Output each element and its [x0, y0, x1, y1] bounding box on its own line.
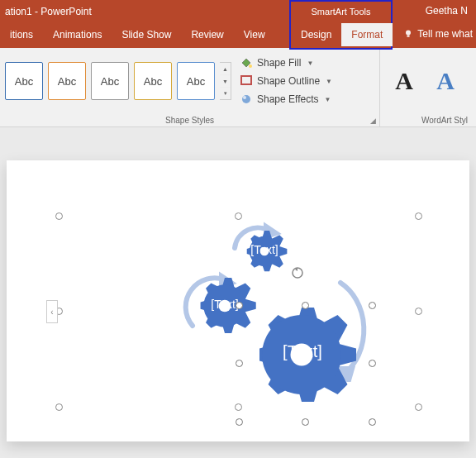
effects-icon: [240, 93, 253, 106]
resize-handle-tr[interactable]: [415, 212, 422, 220]
shape-effects-label: Shape Effects: [257, 93, 319, 105]
inner-handle-ml[interactable]: [236, 360, 243, 367]
shape-effects-button[interactable]: Shape Effects ▼: [236, 91, 336, 107]
inner-shape-selection[interactable]: [240, 306, 372, 422]
resize-handle-mr[interactable]: [415, 308, 422, 315]
svg-point-4: [242, 95, 250, 103]
shape-style-3[interactable]: Abc: [91, 62, 129, 100]
tell-me-label: Tell me what: [417, 28, 473, 40]
gallery-down-icon: ▼: [220, 75, 231, 88]
smartart-selection-frame[interactable]: ‹ [Text] [Text] [Text]: [60, 217, 418, 407]
wordart-style-3[interactable]: A: [469, 64, 476, 98]
shape-outline-button[interactable]: Shape Outline ▼: [236, 73, 336, 89]
inner-handle-bm[interactable]: [302, 418, 309, 426]
slide-workspace[interactable]: ‹ [Text] [Text] [Text]: [0, 127, 476, 458]
bucket-icon: [240, 56, 253, 69]
chevron-down-icon: ▼: [326, 78, 332, 85]
inner-handle-tl[interactable]: [236, 302, 243, 309]
svg-point-5: [243, 96, 246, 99]
inner-handle-tm[interactable]: [302, 302, 309, 309]
wordart-style-1[interactable]: A: [387, 64, 421, 98]
tab-view[interactable]: View: [234, 23, 275, 48]
tab-slideshow[interactable]: Slide Show: [112, 23, 181, 48]
tab-animations[interactable]: Animations: [43, 23, 112, 48]
user-name[interactable]: Geetha N: [426, 5, 468, 17]
shape-fill-label: Shape Fill: [257, 57, 301, 69]
chevron-down-icon: ▼: [307, 60, 313, 67]
dialog-launcher-icon[interactable]: ◢: [370, 117, 376, 125]
tab-format[interactable]: Format: [341, 23, 393, 46]
ribbon: Abc Abc Abc Abc Abc ▲ ▼ ▾ Shape Fill ▼ S…: [0, 48, 476, 127]
wordart-style-2[interactable]: A: [428, 64, 463, 98]
chevron-left-icon: ‹: [50, 308, 53, 317]
shape-style-1[interactable]: Abc: [5, 62, 43, 100]
gallery-up-icon: ▲: [220, 63, 231, 75]
tab-transitions[interactable]: itions: [0, 23, 43, 48]
tool-tabs: Design Format: [291, 23, 393, 46]
resize-handle-bl[interactable]: [55, 403, 63, 411]
pen-icon: [240, 74, 253, 88]
shape-style-4[interactable]: Abc: [134, 62, 172, 100]
tell-me[interactable]: Tell me what: [403, 28, 473, 40]
tab-design[interactable]: Design: [291, 23, 341, 46]
resize-handle-br[interactable]: [415, 403, 422, 411]
rotate-handle-icon[interactable]: [291, 266, 304, 279]
chevron-down-icon: ▼: [325, 96, 331, 103]
resize-handle-tl[interactable]: [55, 212, 63, 220]
inner-handle-mr[interactable]: [369, 360, 376, 367]
smartart-text-pane-toggle[interactable]: ‹: [46, 300, 58, 323]
shape-outline-label: Shape Outline: [257, 75, 320, 87]
inner-handle-tr[interactable]: [369, 302, 376, 309]
shape-style-gallery-more[interactable]: ▲ ▼ ▾: [220, 62, 231, 100]
bulb-icon: [403, 29, 413, 39]
svg-point-0: [406, 31, 411, 36]
window-title: ation1 - PowerPoint: [0, 6, 289, 17]
svg-rect-3: [241, 76, 251, 84]
gear-small-text[interactable]: [Text]: [245, 243, 284, 256]
svg-point-2: [249, 64, 252, 68]
shape-style-2[interactable]: Abc: [48, 62, 86, 100]
group-label-shape-styles: Shape Styles ◢: [0, 114, 379, 126]
slide[interactable]: ‹ [Text] [Text] [Text]: [7, 160, 469, 441]
group-shape-styles: Abc Abc Abc Abc Abc ▲ ▼ ▾ Shape Fill ▼ S…: [0, 48, 380, 126]
svg-rect-1: [407, 36, 410, 37]
shape-style-5[interactable]: Abc: [177, 62, 215, 100]
shape-fill-button[interactable]: Shape Fill ▼: [236, 55, 336, 71]
tool-context-title: SmartArt Tools: [291, 2, 391, 25]
gallery-more-icon: ▾: [220, 88, 231, 99]
tab-review[interactable]: Review: [181, 23, 233, 48]
group-label-wordart: WordArt Styl: [380, 114, 476, 126]
inner-handle-br[interactable]: [369, 418, 376, 426]
group-wordart-styles: A A A WordArt Styl: [380, 48, 476, 126]
title-bar: ation1 - PowerPoint: [0, 0, 476, 23]
inner-handle-bl[interactable]: [236, 418, 243, 426]
